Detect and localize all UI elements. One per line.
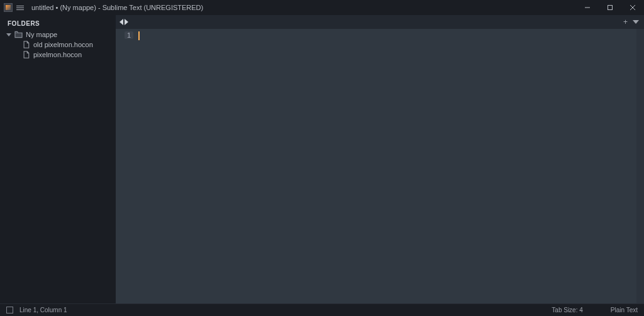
sidebar: FOLDERS Ny mappe old pixelmon.hocon [0, 15, 116, 303]
window-title: untitled • (Ny mappe) - Sublime Text (UN… [31, 4, 203, 11]
new-tab-button[interactable]: + [623, 18, 628, 26]
window-controls [576, 0, 644, 15]
file-label: old pixelmon.hocon [33, 40, 93, 50]
folder-icon [14, 31, 23, 38]
chevron-down-icon [6, 33, 11, 36]
folder-row-root[interactable]: Ny mappe [6, 30, 111, 40]
file-row[interactable]: pixelmon.hocon [6, 50, 111, 60]
titlebar: untitled • (Ny mappe) - Sublime Text (UN… [0, 0, 644, 15]
file-icon [22, 51, 30, 58]
file-label: pixelmon.hocon [33, 50, 82, 60]
file-icon [22, 41, 30, 48]
window: untitled • (Ny mappe) - Sublime Text (UN… [0, 0, 644, 316]
titlebar-left: untitled • (Ny mappe) - Sublime Text (UN… [0, 3, 203, 12]
minimize-button[interactable] [576, 0, 599, 15]
tab-strip-right: + [623, 18, 641, 26]
tab-menu-icon[interactable] [633, 20, 639, 24]
nav-back-icon[interactable] [119, 19, 123, 25]
tab-history-nav [119, 19, 128, 25]
svg-rect-1 [608, 6, 613, 10]
vertical-scrollbar[interactable] [636, 29, 644, 303]
editor-column: + 1 [116, 15, 644, 303]
status-bar: Line 1, Column 1 Tab Size: 4 Plain Text [0, 303, 644, 316]
maximize-button[interactable] [599, 0, 621, 15]
file-row[interactable]: old pixelmon.hocon [6, 40, 111, 50]
text-cursor [138, 31, 140, 40]
line-number: 1 [125, 31, 133, 39]
folder-label: Ny mappe [26, 30, 57, 40]
gutter: 1 [116, 29, 138, 303]
app-logo-icon [4, 3, 13, 12]
status-syntax[interactable]: Plain Text [611, 307, 638, 313]
sidebar-heading: FOLDERS [6, 20, 111, 27]
hamburger-menu-icon[interactable] [16, 6, 24, 10]
nav-forward-icon[interactable] [125, 19, 128, 25]
body: FOLDERS Ny mappe old pixelmon.hocon [0, 15, 644, 303]
tab-strip: + [116, 15, 644, 29]
status-tab-size[interactable]: Tab Size: 4 [552, 307, 582, 313]
editor: 1 [116, 29, 644, 303]
close-button[interactable] [621, 0, 644, 15]
text-area[interactable] [138, 29, 636, 303]
panel-toggle-icon[interactable] [6, 307, 13, 313]
status-cursor-position[interactable]: Line 1, Column 1 [19, 307, 67, 313]
